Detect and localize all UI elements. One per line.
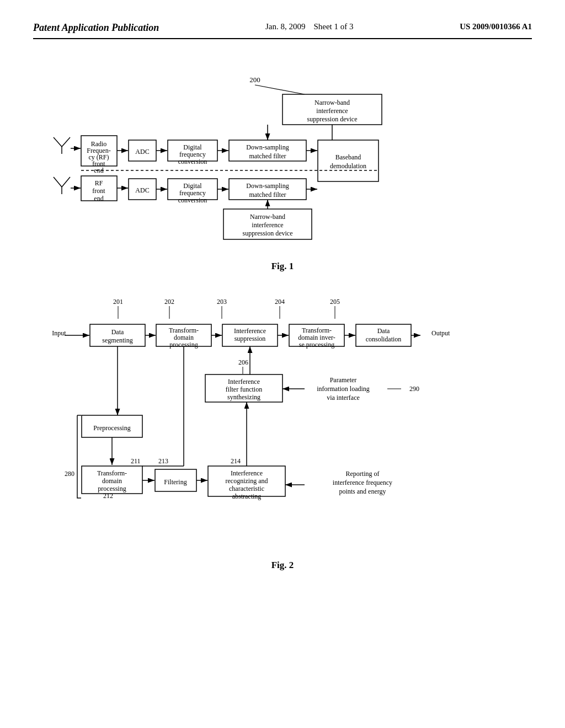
svg-text:211: 211 [131, 457, 141, 465]
svg-text:frequency: frequency [179, 189, 206, 197]
svg-line-3 [255, 85, 305, 94]
figure-2-label: Fig. 2 [33, 560, 532, 571]
svg-text:suppression: suppression [234, 335, 266, 342]
svg-text:Output: Output [431, 329, 450, 337]
svg-line-10 [62, 137, 70, 147]
page-header: Patent Application Publication Jan. 8, 2… [33, 22, 532, 39]
svg-text:200: 200 [249, 76, 260, 84]
svg-text:212: 212 [103, 492, 113, 500]
svg-text:matched filter: matched filter [249, 191, 286, 199]
header-center: Jan. 8, 2009 Sheet 1 of 3 [265, 22, 354, 31]
svg-text:ADC: ADC [135, 148, 149, 156]
header-left: Patent Application Publication [33, 22, 159, 34]
svg-text:Input: Input [52, 329, 66, 337]
svg-text:front: front [92, 187, 105, 195]
svg-text:202: 202 [164, 298, 174, 306]
svg-text:Data: Data [111, 328, 124, 336]
svg-text:Down-sampling: Down-sampling [246, 182, 289, 190]
svg-text:Reporting of: Reporting of [346, 470, 380, 478]
svg-text:via interface: via interface [327, 394, 360, 402]
svg-text:matched filter: matched filter [249, 152, 286, 160]
svg-text:abstracting: abstracting [232, 493, 262, 500]
svg-text:segmenting: segmenting [102, 336, 132, 344]
svg-text:consolidation: consolidation [366, 335, 402, 343]
svg-text:Data: Data [377, 327, 390, 335]
svg-text:interference frequency: interference frequency [333, 479, 392, 486]
figure-1-label: Fig. 1 [33, 261, 532, 272]
svg-text:Transform-: Transform- [302, 326, 332, 334]
svg-text:204: 204 [275, 298, 285, 306]
figure-2-container: 201 202 203 204 205 Input Data segmentin… [33, 294, 532, 571]
svg-text:recognizing and: recognizing and [226, 477, 268, 485]
svg-text:se processing: se processing [299, 341, 334, 349]
figure-1-container: 200 Narrow-band interference suppression… [33, 67, 532, 272]
svg-text:Narrow-band: Narrow-band [250, 213, 285, 221]
svg-text:RF: RF [95, 179, 103, 187]
svg-text:Down-sampling: Down-sampling [246, 143, 289, 151]
svg-text:processing: processing [98, 485, 126, 493]
svg-text:203: 203 [217, 298, 227, 306]
svg-text:Baseband: Baseband [335, 153, 361, 161]
svg-text:suppression device: suppression device [243, 229, 293, 237]
svg-text:interference: interference [252, 221, 283, 229]
svg-text:Transform-: Transform- [97, 469, 127, 477]
svg-text:290: 290 [409, 385, 419, 393]
svg-text:information loading: information loading [317, 385, 370, 393]
svg-text:domain: domain [174, 334, 194, 341]
svg-text:conversion: conversion [178, 196, 207, 204]
svg-text:205: 205 [330, 298, 340, 306]
svg-line-35 [54, 177, 62, 187]
svg-text:filter function: filter function [226, 386, 262, 393]
svg-text:Interference: Interference [234, 327, 266, 335]
svg-text:Interference: Interference [231, 469, 263, 477]
figure-1-svg: 200 Narrow-band interference suppression… [40, 67, 525, 254]
svg-text:206: 206 [238, 358, 248, 366]
svg-text:Transform-: Transform- [169, 326, 199, 334]
svg-text:Preprocessing: Preprocessing [93, 424, 130, 432]
svg-text:domain: domain [102, 477, 122, 485]
svg-text:Digital: Digital [183, 143, 202, 151]
svg-line-9 [54, 137, 62, 147]
svg-text:213: 213 [158, 457, 168, 465]
svg-text:Filtering: Filtering [164, 478, 186, 486]
svg-text:280: 280 [65, 470, 74, 478]
svg-text:synthesizing: synthesizing [227, 393, 260, 401]
svg-text:conversion: conversion [178, 158, 207, 165]
svg-text:domain inver-: domain inver- [298, 334, 335, 341]
svg-text:suppression device: suppression device [307, 115, 358, 123]
header-right: US 2009/0010366 A1 [460, 22, 532, 31]
page: Patent Application Publication Jan. 8, 2… [0, 0, 565, 728]
svg-text:Interference: Interference [228, 378, 260, 386]
svg-text:characteristic: characteristic [229, 485, 264, 493]
svg-text:214: 214 [231, 457, 241, 465]
svg-line-36 [62, 177, 70, 187]
figure-2-svg: 201 202 203 204 205 Input Data segmentin… [34, 294, 531, 553]
svg-text:Parameter: Parameter [330, 376, 357, 384]
svg-text:Narrow-band: Narrow-band [315, 99, 350, 106]
svg-text:frequency: frequency [179, 151, 206, 158]
svg-text:Digital: Digital [183, 182, 202, 190]
svg-text:201: 201 [113, 298, 123, 306]
svg-text:demodulation: demodulation [330, 162, 366, 170]
svg-text:interference: interference [316, 107, 348, 115]
svg-text:ADC: ADC [135, 186, 149, 194]
svg-text:points and energy: points and energy [339, 488, 386, 495]
svg-text:end: end [94, 195, 103, 202]
